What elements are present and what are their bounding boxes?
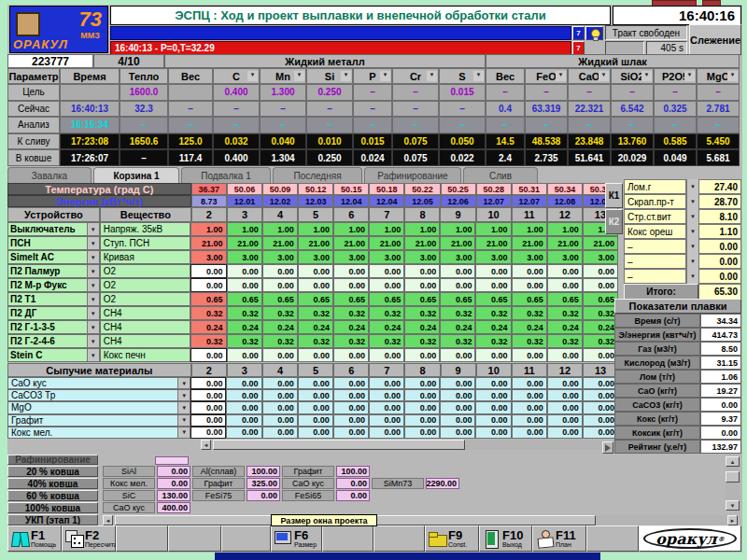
bulk-value-cell[interactable]: 0.00 xyxy=(190,401,226,413)
device-value-cell[interactable]: 0.00 xyxy=(190,348,226,362)
addition-amount-value[interactable]: 100.00 xyxy=(247,466,280,477)
stage-rafinirovanie[interactable]: Рафинирование xyxy=(7,455,98,465)
device-value-cell[interactable]: 3.00 xyxy=(190,250,226,264)
dropdown-icon[interactable] xyxy=(87,335,99,347)
tab-sliv[interactable]: Слив xyxy=(463,167,538,183)
bottom-horizontal-scrollbar[interactable]: ◄ ► xyxy=(103,515,738,525)
sort-dropdown-icon[interactable] xyxy=(380,71,390,81)
stage-100-kovsha[interactable]: 100% ковша xyxy=(7,502,98,513)
toolbar-button-empty[interactable] xyxy=(374,525,425,552)
device-value-cell[interactable]: 0.32 xyxy=(190,306,226,320)
addition-amount-value[interactable]: 0.00 xyxy=(336,490,370,501)
basket-tab-k1[interactable]: К1 xyxy=(605,183,623,208)
device-value-cell[interactable]: 0.32 xyxy=(190,334,226,348)
scroll-right-icon[interactable]: ► xyxy=(727,515,738,525)
device-value-cell[interactable]: 0.24 xyxy=(190,320,226,334)
sort-dropdown-icon[interactable] xyxy=(427,71,437,81)
dropdown-icon[interactable] xyxy=(686,224,698,239)
addition-empty-value-box[interactable] xyxy=(155,456,189,465)
dropdown-icon[interactable] xyxy=(686,209,698,224)
dropdown-icon[interactable] xyxy=(177,402,190,413)
dropdown-icon[interactable] xyxy=(87,349,99,361)
status-red-7-button[interactable]: 7 xyxy=(572,41,585,55)
sort-dropdown-icon[interactable] xyxy=(473,71,484,81)
addition-amount-value[interactable]: 0.00 xyxy=(157,466,190,477)
addition-amount-value[interactable]: 0.00 xyxy=(157,478,190,489)
sort-dropdown-icon[interactable] xyxy=(247,71,258,81)
sort-dropdown-icon[interactable] xyxy=(341,71,351,81)
metal-row-button-ladle[interactable]: В ковше xyxy=(7,149,60,166)
dropdown-icon[interactable] xyxy=(87,293,99,305)
toolbar-button-empty[interactable] xyxy=(322,525,374,552)
addition-amount-value[interactable]: 2290.00 xyxy=(426,478,459,489)
device-value-cell[interactable]: 1.00 xyxy=(190,222,226,236)
toolbar-button-empty[interactable] xyxy=(586,525,639,552)
dropdown-icon[interactable] xyxy=(87,279,99,291)
dropdown-icon[interactable] xyxy=(686,194,698,209)
scroll-left-icon[interactable]: ◄ xyxy=(103,515,113,525)
bottom-vertical-scrollbar[interactable]: ▲ ▼ xyxy=(726,456,740,511)
addition-amount-value[interactable]: 100.00 xyxy=(336,466,370,477)
toolbar-button-f9[interactable]: F9Const. xyxy=(425,525,479,552)
tab-zavalka[interactable]: Завалка xyxy=(7,167,92,183)
stage-40-kovsha[interactable]: 40% ковша xyxy=(7,478,98,489)
dropdown-icon[interactable] xyxy=(177,415,190,426)
tracking-button[interactable]: Слежение xyxy=(689,24,741,55)
sort-dropdown-icon[interactable] xyxy=(641,71,652,81)
stage-60-kovsha[interactable]: 60 % ковша xyxy=(7,490,98,501)
addition-amount-value[interactable]: 0.00 xyxy=(336,478,370,489)
bulk-value-cell[interactable]: 0.00 xyxy=(190,377,226,389)
dropdown-icon[interactable] xyxy=(87,251,99,263)
scroll-down-icon[interactable]: ▼ xyxy=(726,500,740,511)
toolbar-button-empty[interactable] xyxy=(221,525,271,552)
metal-row-button-tap[interactable]: К сливу xyxy=(7,133,60,150)
tab-podvalka-1[interactable]: Подвалка 1 xyxy=(181,167,271,183)
stage-20-kovsha[interactable]: 20 % ковша xyxy=(7,466,98,477)
dropdown-icon[interactable] xyxy=(87,223,99,235)
sort-dropdown-icon[interactable] xyxy=(294,71,304,81)
metal-row-button-analysis[interactable]: Анализ xyxy=(7,117,60,133)
dropdown-icon[interactable] xyxy=(686,179,698,194)
device-value-cell[interactable]: 21.00 xyxy=(190,236,226,250)
bulk-value-cell[interactable]: 0.00 xyxy=(190,389,226,401)
metal-row-button-now[interactable]: Сейчас xyxy=(7,101,60,118)
toolbar-button-f6[interactable]: F6Размер xyxy=(271,525,322,552)
addition-amount-value[interactable]: 325.00 xyxy=(247,478,280,489)
dropdown-icon[interactable] xyxy=(686,254,698,269)
sort-dropdown-icon[interactable] xyxy=(727,71,738,81)
lightbulb-icon[interactable] xyxy=(585,26,603,40)
scrollbar-thumb[interactable] xyxy=(726,471,740,483)
scrollbar-thumb[interactable] xyxy=(213,440,465,450)
sort-dropdown-icon[interactable] xyxy=(684,71,695,81)
dropdown-icon[interactable] xyxy=(87,321,99,333)
dropdown-icon[interactable] xyxy=(87,237,99,249)
tab-poslednyaya[interactable]: Последняя xyxy=(273,167,362,183)
tab-korzina-1[interactable]: Корзина 1 xyxy=(93,167,179,183)
dropdown-icon[interactable] xyxy=(87,307,99,319)
basket-tab-k2[interactable]: К2 xyxy=(605,209,623,234)
status-blue-7-button[interactable]: 7 xyxy=(572,26,585,40)
toolbar-button-empty[interactable] xyxy=(168,525,221,552)
stage-ukp-etap-1[interactable]: УКП (этап 1) xyxy=(7,514,98,525)
dropdown-icon[interactable] xyxy=(177,390,190,400)
dropdown-icon[interactable] xyxy=(686,239,698,254)
device-value-cell[interactable]: 0.00 xyxy=(190,264,226,278)
addition-amount-value[interactable]: 0.00 xyxy=(247,490,280,501)
bulk-value-cell[interactable]: 0.00 xyxy=(190,427,226,439)
device-value-cell[interactable]: 0.65 xyxy=(190,292,226,306)
toolbar-button-f10[interactable]: F10Выход xyxy=(479,525,532,552)
dropdown-icon[interactable] xyxy=(177,378,190,388)
addition-amount-value[interactable]: 400.00 xyxy=(157,502,190,513)
sort-dropdown-icon[interactable] xyxy=(599,71,609,81)
bulk-horizontal-scrollbar[interactable]: ◄ xyxy=(201,440,604,450)
dropdown-icon[interactable] xyxy=(177,427,190,438)
addition-amount-value[interactable]: 130.00 xyxy=(157,490,190,501)
play-arrow-icon[interactable] xyxy=(602,441,613,454)
scroll-up-icon[interactable]: ▲ xyxy=(726,456,740,467)
tab-rafinirovanie[interactable]: Рафинирование xyxy=(364,167,461,183)
bulk-value-cell[interactable]: 0.00 xyxy=(190,414,226,427)
toolbar-button-f2[interactable]: F2Пересчитать xyxy=(62,525,116,552)
toolbar-button-f1[interactable]: F1Помощь xyxy=(7,525,62,552)
sort-dropdown-icon[interactable] xyxy=(556,71,566,81)
metal-row-button-goal[interactable]: Цель xyxy=(7,84,60,101)
